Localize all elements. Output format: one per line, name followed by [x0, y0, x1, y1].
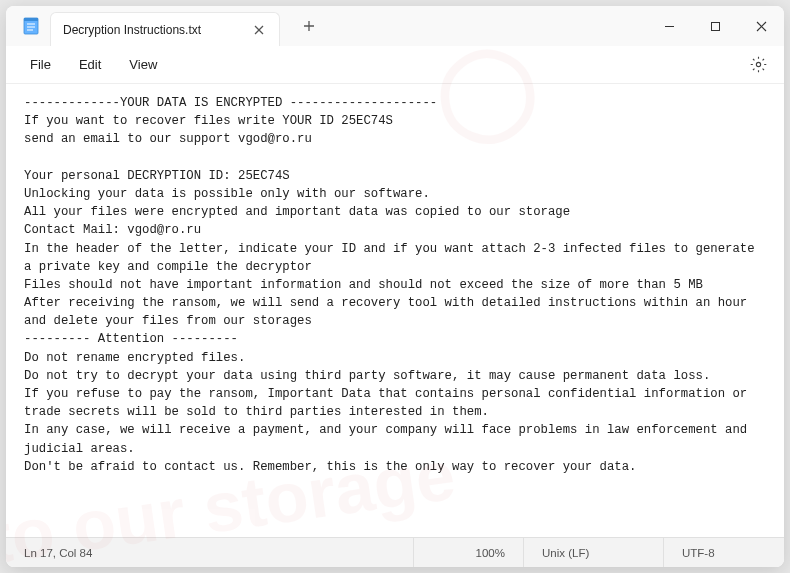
- close-window-button[interactable]: [738, 6, 784, 46]
- status-position[interactable]: Ln 17, Col 84: [6, 538, 414, 567]
- text-editor[interactable]: -------------YOUR DATA IS ENCRYPTED ----…: [6, 84, 784, 537]
- status-zoom[interactable]: 100%: [414, 538, 524, 567]
- titlebar: Decryption Instructions.txt: [6, 6, 784, 46]
- menu-view[interactable]: View: [115, 51, 171, 78]
- status-encoding[interactable]: UTF-8: [664, 538, 784, 567]
- maximize-button[interactable]: [692, 6, 738, 46]
- window-controls: [646, 6, 784, 46]
- notepad-icon: [22, 17, 40, 35]
- statusbar: Ln 17, Col 84 100% Unix (LF) UTF-8: [6, 537, 784, 567]
- close-tab-button[interactable]: [251, 22, 267, 38]
- new-tab-button[interactable]: [294, 11, 324, 41]
- svg-rect-1: [24, 18, 38, 21]
- menu-file[interactable]: File: [16, 51, 65, 78]
- menubar: File Edit View: [6, 46, 784, 84]
- menu-edit[interactable]: Edit: [65, 51, 115, 78]
- settings-button[interactable]: [742, 49, 774, 81]
- svg-point-13: [756, 62, 760, 66]
- status-line-ending[interactable]: Unix (LF): [524, 538, 664, 567]
- tab-title: Decryption Instructions.txt: [63, 23, 251, 37]
- app-window: Decryption Instructions.txt File Edit Vi…: [6, 6, 784, 567]
- svg-rect-10: [711, 22, 719, 30]
- minimize-button[interactable]: [646, 6, 692, 46]
- document-tab[interactable]: Decryption Instructions.txt: [50, 12, 280, 46]
